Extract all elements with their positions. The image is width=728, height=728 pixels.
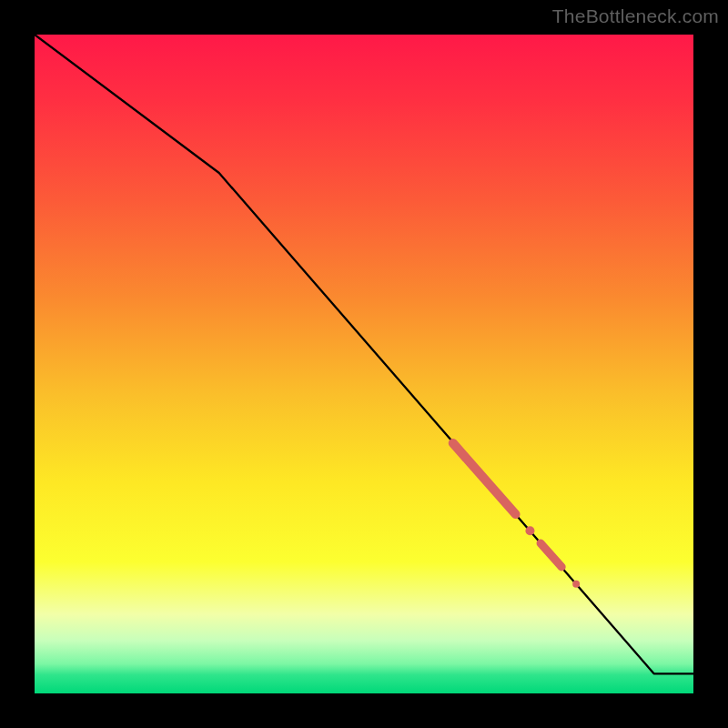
chart-stage: TheBottleneck.com (0, 0, 728, 728)
background-gradient (35, 35, 693, 693)
svg-rect-0 (35, 35, 693, 693)
watermark-text: TheBottleneck.com (552, 5, 719, 27)
plot-area (35, 35, 693, 693)
